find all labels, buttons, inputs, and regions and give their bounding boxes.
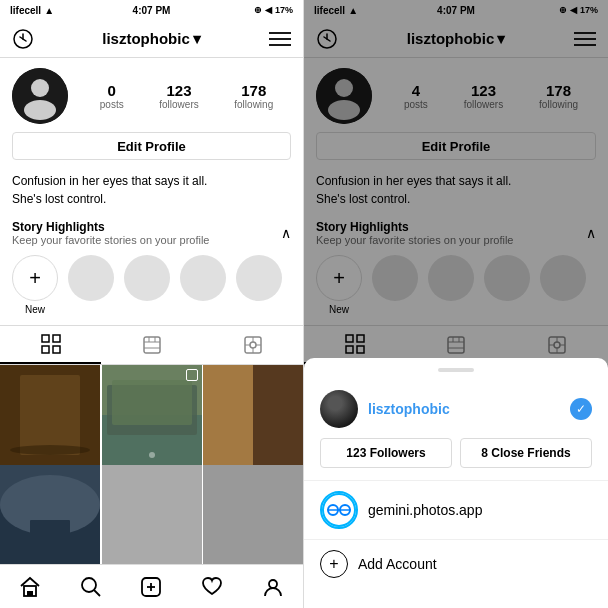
search-nav-left[interactable] [73,569,109,605]
popup-user-row[interactable]: lisztophobic ✓ [304,384,608,438]
highlight-4-left[interactable] [236,255,282,315]
svg-point-44 [269,580,277,588]
svg-point-5 [31,79,49,97]
highlights-title-text-left: Story Highlights [12,220,210,234]
new-highlight-circle-left[interactable]: + [12,255,58,301]
wifi-icon: ▲ [44,5,54,16]
popup-overlay[interactable]: lisztophobic ✓ 123 Followers 8 Close Fri… [304,0,608,608]
highlights-row-left: + New [12,249,291,321]
settings-icon: ⊕ [254,5,262,15]
svg-line-40 [94,590,100,596]
popup-username[interactable]: lisztophobic [368,401,560,417]
svg-rect-32 [253,365,303,465]
highlight-circle-3-left [180,255,226,301]
svg-rect-38 [27,591,33,596]
username-title-left: lisztophobic [102,30,190,47]
svg-rect-23 [20,375,80,455]
photo-4-left[interactable] [0,465,100,564]
posts-label-left: posts [100,99,124,110]
highlight-circle-4-left [236,255,282,301]
popup-action-row: 123 Followers 8 Close Friends [304,438,608,480]
home-nav-left[interactable] [12,569,48,605]
svg-point-17 [250,342,256,348]
svg-point-29 [149,452,155,458]
bio-line1-left: Confusion in her eyes that says it all. [12,172,291,190]
battery-left: 17% [275,5,293,15]
location-icon: ◀ [265,5,272,15]
stat-following-left[interactable]: 178 following [234,82,273,110]
highlights-title-left: Story Highlights Keep your favorite stor… [12,220,210,246]
followers-btn[interactable]: 123 Followers [320,438,452,468]
highlight-circle-2-left [124,255,170,301]
photo-2-left[interactable] [102,365,202,465]
nav-title-left[interactable]: lisztophobic ▾ [102,30,201,48]
time-left: 4:07 PM [133,5,171,16]
svg-rect-11 [144,337,160,353]
tab-grid-left[interactable] [0,326,101,364]
highlights-section-left: Story Highlights Keep your favorite stor… [0,212,303,325]
stats-row-left: 0 posts 123 followers 178 following [82,82,291,110]
check-mark: ✓ [576,402,586,416]
likes-nav-left[interactable] [194,569,230,605]
popup-check-icon: ✓ [570,398,592,420]
menu-icon-left[interactable] [269,32,291,46]
svg-rect-10 [53,346,60,353]
stat-posts-left: 0 posts [100,82,124,110]
add-account-icon: + [320,550,348,578]
carrier-left: lifecell [10,5,41,16]
highlight-new-left[interactable]: + New [12,255,58,315]
right-phone-panel: lifecell ▲ 4:07 PM ⊕ ◀ 17% lisztophobic … [304,0,608,608]
photo-5-left[interactable] [102,465,202,564]
profile-top-left: 0 posts 123 followers 178 following [12,68,291,124]
tab-reels-left[interactable] [101,326,202,364]
tab-tagged-left[interactable] [202,326,303,364]
popup-sheet: lisztophobic ✓ 123 Followers 8 Close Fri… [304,358,608,608]
back-clock-icon[interactable] [12,28,34,50]
svg-point-24 [10,445,90,455]
plus-add-icon: + [329,556,338,572]
add-account-row[interactable]: + Add Account [304,540,608,588]
bio-line2-left: She's lost control. [12,190,291,208]
followers-label-left: followers [159,99,198,110]
highlight-3-left[interactable] [180,255,226,315]
avatar-left [12,68,68,124]
highlights-header-left: Story Highlights Keep your favorite stor… [12,220,291,246]
nav-bar-left: lisztophobic ▾ [0,20,303,58]
highlight-1-left[interactable] [68,255,114,315]
svg-rect-7 [42,335,49,342]
photo-6-left[interactable] [203,465,303,564]
svg-rect-9 [42,346,49,353]
svg-point-39 [82,578,96,592]
add-account-label: Add Account [358,556,437,572]
popup-avatar [320,390,358,428]
status-right: ⊕ ◀ 17% [254,5,293,15]
tab-icons-left [0,325,303,365]
svg-point-6 [24,100,56,120]
popup-app-row[interactable]: gemini.photos.app [304,481,608,539]
followers-count-left: 123 [166,82,191,99]
plus-icon-left: + [29,268,41,288]
following-label-left: following [234,99,273,110]
svg-rect-8 [53,335,60,342]
stat-followers-left[interactable]: 123 followers [159,82,198,110]
profile-nav-left[interactable] [255,569,291,605]
highlights-chevron-left: ∧ [281,225,291,241]
photo-1-left[interactable] [0,365,100,465]
close-friends-btn[interactable]: 8 Close Friends [460,438,592,468]
svg-rect-31 [203,365,253,465]
photo-3-left[interactable] [203,365,303,465]
left-phone-panel: lifecell ▲ 4:07 PM ⊕ ◀ 17% lisztophobic … [0,0,304,608]
status-left: lifecell ▲ [10,5,54,16]
edit-profile-btn-left[interactable]: Edit Profile [12,132,291,160]
new-post-nav-left[interactable] [133,569,169,605]
new-label-left: New [25,304,45,315]
profile-section-left: 0 posts 123 followers 178 following Edit… [0,58,303,166]
app-name-label: gemini.photos.app [368,502,482,518]
photos-grid-left [0,365,303,564]
bottom-nav-left [0,564,303,608]
status-bar-left: lifecell ▲ 4:07 PM ⊕ ◀ 17% [0,0,303,20]
svg-rect-28 [112,380,192,425]
highlight-2-left[interactable] [124,255,170,315]
chevron-icon-left: ▾ [193,30,201,48]
highlights-sub-left: Keep your favorite stories on your profi… [12,234,210,246]
